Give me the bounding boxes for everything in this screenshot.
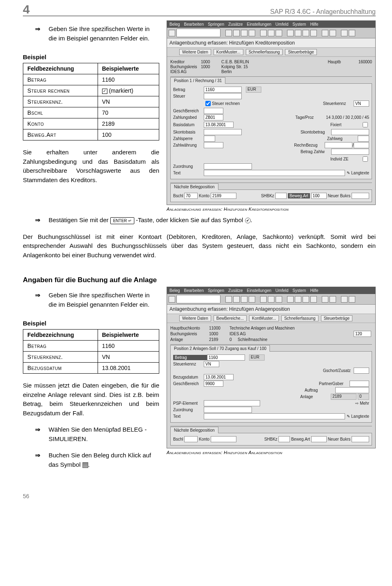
menu-beleg[interactable]: Beleg [169,22,180,27]
input-konto2[interactable] [211,436,236,442]
menu-bearbeiten[interactable]: Bearbeiten [184,22,204,27]
menu-hilfe[interactable]: Hilfe [310,288,318,293]
help-icon[interactable] [341,296,347,303]
input-betrag2[interactable] [207,354,245,361]
checkbox-steuer-rechnen[interactable] [205,101,211,106]
input-zuordnung[interactable] [204,163,252,169]
input-geschbereich2[interactable] [204,381,223,387]
checkbox-fixiert[interactable] [363,122,368,127]
sap2-next-tab[interactable]: Nächste Belegposition [170,427,218,433]
menu-zusaetze[interactable]: Zusätze [228,22,243,27]
input-zahlwaehrung[interactable] [204,142,223,148]
input-rechnbezug2[interactable] [354,142,369,148]
shortcut-icon[interactable] [330,296,336,303]
schnellerfassung-button[interactable]: Schnellerfassung [281,315,318,321]
input-basisdatum[interactable] [204,122,234,128]
sap2-tab[interactable]: Position 2 Anlagen-Soll / 70 Zugang aus … [170,345,270,352]
input-geschbereich[interactable] [204,108,223,114]
shortcut-icon[interactable] [330,30,336,36]
sap1-tab[interactable]: Position 1 / Rechnung / 31 [170,77,225,84]
menu-umfeld[interactable]: Umfeld [276,22,289,27]
input-bewegart[interactable] [311,193,327,199]
input-auftrag[interactable] [335,387,369,393]
input-bschl[interactable] [184,193,198,199]
print-icon[interactable] [260,296,267,303]
menu-einstellungen[interactable]: Einstellungen [247,288,272,293]
input-neuerbukrs2[interactable] [352,436,369,442]
findnext-icon[interactable] [276,30,282,36]
input-extra[interactable] [354,331,371,337]
sap1-menu[interactable]: Beleg Bearbeiten Springen Zusätze Einste… [167,21,375,28]
input-shbkz2[interactable] [278,436,290,442]
menu-beleg[interactable]: Beleg [169,288,180,293]
layout-icon[interactable] [349,296,355,303]
input-zahlungsbed[interactable] [204,114,223,120]
kontmuster-button[interactable]: KontMuster... [214,49,243,55]
input-zuordnung2[interactable] [204,407,252,413]
input-text2[interactable] [204,413,345,419]
input-shbkz[interactable] [275,193,287,199]
input-steuerkennz2[interactable] [204,361,219,367]
menu-system[interactable]: System [292,22,306,27]
firstpage-icon[interactable] [287,296,294,303]
sap2-menu[interactable]: Beleg Bearbeiten Springen Zusätze Einste… [167,287,375,294]
menu-springen[interactable]: Springen [208,288,224,293]
back-icon[interactable] [233,30,240,36]
prevpage-icon[interactable] [295,296,301,303]
exit-icon[interactable] [241,30,247,36]
input-neuerbukrs[interactable] [352,193,369,199]
checkbox-individze[interactable] [363,156,368,162]
layout-icon[interactable] [349,30,355,36]
newsession-icon[interactable] [322,296,328,303]
sap1-next-tab[interactable]: Nächste Belegposition [170,183,218,190]
back-icon[interactable] [233,296,240,303]
weitere-daten-button[interactable]: Weitere Daten [179,315,211,321]
bewbereiche-button[interactable]: BewBereiche... [214,315,247,321]
input-text[interactable] [204,170,345,176]
prevpage-icon[interactable] [295,30,301,36]
input-partnergsber[interactable] [350,381,369,387]
find-icon[interactable] [268,296,274,303]
help-icon[interactable] [341,30,347,36]
save-icon[interactable] [225,296,232,303]
menu-hilfe[interactable]: Hilfe [310,22,318,27]
input-skontobasis[interactable] [204,129,242,135]
command-field[interactable] [176,295,220,303]
input-psp[interactable] [204,400,260,406]
nextpage-icon[interactable] [303,30,309,36]
find-icon[interactable] [268,30,274,36]
enter-icon[interactable] [169,296,175,303]
menu-einstellungen[interactable]: Einstellungen [247,22,272,27]
lastpage-icon[interactable] [310,296,317,303]
steuerbetraege-button[interactable]: Steuerbeträge [321,315,352,321]
print-icon[interactable] [260,30,267,36]
menu-bearbeiten[interactable]: Bearbeiten [184,288,204,293]
save-icon[interactable] [225,30,232,36]
input-skontobetrag[interactable] [331,129,369,135]
input-steuer[interactable] [204,93,242,99]
input-konto[interactable] [211,193,236,199]
input-bezugsdatum[interactable] [204,374,234,380]
kontmuster-button[interactable]: KontMuster... [249,315,279,321]
input-gschort[interactable] [354,368,369,374]
newsession-icon[interactable] [322,30,328,36]
input-steuerkennz[interactable] [354,100,369,107]
cancel-icon[interactable] [249,296,255,303]
input-betragzahlw[interactable] [331,149,369,155]
input-bschl2[interactable] [184,436,198,442]
input-zahlweg[interactable] [358,136,369,142]
input-rechnbezug[interactable] [325,142,352,148]
nextpage-icon[interactable] [303,296,309,303]
langtexte-button[interactable]: ✎ Langtexte [347,171,369,175]
input-zahlsperre[interactable] [204,136,215,142]
lastpage-icon[interactable] [310,30,317,36]
weitere-daten-button[interactable]: Weitere Daten [179,49,211,55]
command-field[interactable] [176,29,220,37]
findnext-icon[interactable] [276,296,282,303]
schnellerfassung-button[interactable]: Schnellerfassung [246,49,283,55]
cancel-icon[interactable] [249,30,255,36]
menu-springen[interactable]: Springen [208,22,224,27]
menu-system[interactable]: System [292,288,306,293]
input-bewegart2[interactable] [311,436,327,442]
menu-umfeld[interactable]: Umfeld [276,288,289,293]
